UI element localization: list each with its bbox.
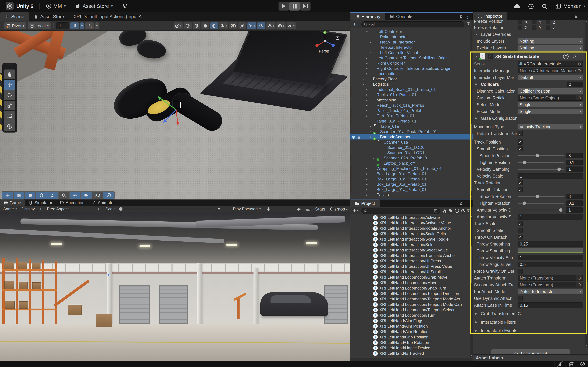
asset-row[interactable]: XRI LeftHand/Aim Rotation xyxy=(350,329,473,334)
dropdown[interactable]: Nothing▾ xyxy=(518,45,583,51)
tool-button[interactable] xyxy=(4,80,15,90)
inspector-row[interactable]: Retain Transform Par ✓ xyxy=(473,130,588,137)
hierarchy-row[interactable]: ▸ Industrial_Scale_01a_Prefab_01 › xyxy=(350,87,473,92)
inspector-row[interactable]: Distance Calculation Collider Position▾ xyxy=(473,88,588,94)
foldout-arrow[interactable]: ▼ xyxy=(475,33,480,36)
overlay-button[interactable] xyxy=(36,192,47,199)
hierarchy-row[interactable]: ▸ Factory Floor xyxy=(350,76,473,82)
inspector-row[interactable]: ▶ Interactable Filters xyxy=(473,319,588,325)
slider-control[interactable]: 0.1 xyxy=(518,160,583,165)
document-tab[interactable]: XRI Default Input Actions (Input A xyxy=(69,12,147,21)
hierarchy-scrollbar[interactable]: ▲ ▼ xyxy=(470,29,472,198)
inspector-row[interactable]: Secondary Attach Tra None (Transform)⊙ xyxy=(473,281,588,288)
overlay-drag-handle[interactable] xyxy=(6,65,13,67)
inspector-row[interactable]: Smooth Rotation 8 xyxy=(473,193,588,200)
game-panel-tab[interactable]: Animation xyxy=(56,200,88,206)
inspector-row[interactable]: Throw Angular Vel 0.5 xyxy=(473,261,588,268)
asset-row[interactable]: XRI LeftHand Interaction/Activate Value xyxy=(350,220,473,226)
hierarchy-row[interactable]: ▾ Scanner_01a xyxy=(350,140,473,145)
overlay-button[interactable] xyxy=(70,192,80,199)
slider-control[interactable]: 0.1 xyxy=(518,200,583,206)
object-picker-icon[interactable]: ⊙ xyxy=(576,95,582,100)
hierarchy-row[interactable]: Scanner_01a_LOD0 xyxy=(350,145,473,150)
slider-value-field[interactable]: 1 xyxy=(566,207,583,213)
move-gizmo[interactable] xyxy=(145,82,202,136)
asset-row[interactable]: XRI LeftHand Interaction/UI Press xyxy=(350,258,473,264)
slider-thumb[interactable] xyxy=(523,201,526,205)
scene-viewport[interactable]: y Persp xyxy=(0,31,350,200)
asset-store-menu[interactable]: Asset Store▾ xyxy=(75,3,113,9)
overlay-button[interactable]: XB xyxy=(92,192,103,199)
slider-thumb[interactable] xyxy=(557,167,561,171)
overlay-button[interactable] xyxy=(14,192,24,199)
inspector-row[interactable]: ▶ Grab Transformers Configuration xyxy=(473,310,588,317)
value-field[interactable]: 1 xyxy=(518,214,583,219)
slider-value-field[interactable]: 8 xyxy=(566,153,583,158)
project-search-input[interactable] xyxy=(361,208,440,214)
expand-arrow[interactable]: ▾ xyxy=(363,83,367,86)
snap-settings-button[interactable] xyxy=(85,22,94,29)
metrics-icon[interactable] xyxy=(306,206,310,212)
display-dropdown[interactable]: Display 1▾ xyxy=(19,206,44,212)
foldout-arrow[interactable]: ▶ xyxy=(475,321,480,324)
dropdown[interactable]: Velocity Tracking▾ xyxy=(518,124,583,129)
tool-button[interactable] xyxy=(4,111,15,121)
checkbox[interactable]: ✓ xyxy=(518,180,523,185)
hierarchy-row[interactable]: ▸ Box_Large_01a_Prefab_01 › xyxy=(350,187,473,192)
inspector-row[interactable]: Smooth Position 8 xyxy=(473,152,588,159)
asset-row[interactable]: XRI LeftHand Locomotion/Teleport Mode Ca… xyxy=(350,302,473,307)
projection-label[interactable]: Persp xyxy=(314,49,334,53)
hierarchy-row[interactable]: ▸ Pallet_Truck_01a_Prefab › xyxy=(350,108,473,113)
component-enabled-checkbox[interactable]: ✓ xyxy=(488,54,493,59)
value-field[interactable]: 1 xyxy=(518,173,583,179)
tab-hierarchy[interactable]: Hierarchy xyxy=(350,13,385,20)
hierarchy-row[interactable]: ▸ Near-Far Interactor › xyxy=(350,39,473,45)
expand-arrow[interactable]: ▸ xyxy=(370,35,374,38)
hierarchy-row[interactable]: ▸ Mezzanine xyxy=(350,97,473,103)
hierarchy-row[interactable]: ▸ Right Controller Teleport Stabilized O… xyxy=(350,66,473,71)
tab-inspector[interactable]: ⓘ Inspector xyxy=(473,12,507,20)
slider-thumb[interactable] xyxy=(536,154,539,157)
checkbox[interactable] xyxy=(546,25,550,30)
foldout-arrow[interactable]: ▶ xyxy=(475,329,480,332)
stats-toggle[interactable]: Stats xyxy=(315,206,325,212)
hierarchy-row[interactable]: ▸ Reach_Truck_01a_Prefab › xyxy=(350,103,473,108)
dropdown[interactable]: Collider Position▾ xyxy=(518,88,583,94)
inspector-row[interactable]: ▼ Layer Overrides xyxy=(473,31,588,38)
activity-ok-icon[interactable] xyxy=(577,361,588,367)
layout-user-menu[interactable]: Mohsen ▾ xyxy=(555,3,585,9)
hierarchy-row[interactable]: ▸ Wrapping_Machine_01a_Prefab_01 › xyxy=(350,166,473,171)
expand-arrow[interactable]: ▸ xyxy=(366,178,370,181)
inspector-row[interactable]: Throw Smoothing 0.25 xyxy=(473,241,588,247)
asset-row[interactable]: XRI LeftHand/Aim Position xyxy=(350,324,473,329)
focus-mode-dropdown[interactable]: Play Focused▾ xyxy=(230,206,264,212)
inspector-row[interactable]: Track Scale ✓ xyxy=(473,220,588,227)
step-button[interactable] xyxy=(300,2,311,10)
scene-toggle-button[interactable] xyxy=(238,22,246,29)
slider-control[interactable]: 8 xyxy=(518,153,583,158)
asset-row[interactable]: XRI LeftHand Locomotion/Teleport Mode Ac… xyxy=(350,296,473,302)
checkbox[interactable]: ✓ xyxy=(518,221,523,226)
asset-row[interactable]: XRI LeftHand Locomotion/Move xyxy=(350,280,473,285)
mute-audio-icon[interactable] xyxy=(296,206,301,212)
slider-value-field[interactable]: 0.1 xyxy=(566,160,583,165)
hierarchy-row[interactable]: ▸ + Scanner_01a_Dock_Prefab_01 › xyxy=(350,129,473,134)
asset-row[interactable]: XRI LeftHand Interaction/Scale Delta xyxy=(350,231,473,236)
inspector-row[interactable]: Smooth Rotation ✓ xyxy=(473,186,588,193)
game-panel-tab[interactable]: Simulator xyxy=(25,200,56,206)
hierarchy-row[interactable]: ▸ Box_Large_01a_Prefab_01 › xyxy=(350,171,473,176)
search-icon[interactable] xyxy=(542,2,548,10)
expand-arrow[interactable]: ▸ xyxy=(366,62,370,65)
slider-value-field[interactable]: 8 xyxy=(566,194,583,199)
overlay-button[interactable] xyxy=(59,192,69,199)
hierarchy-row[interactable]: + Laptop_black_off › xyxy=(350,161,473,166)
orientation-gizmo[interactable]: y Persp xyxy=(311,31,340,56)
pickability-hand-icon[interactable] xyxy=(357,135,361,139)
presets-icon[interactable] xyxy=(572,54,577,58)
game-panel-tab[interactable]: Animator xyxy=(88,200,119,206)
hierarchy-row[interactable]: ▾ Table_01a_Prefab_01 › xyxy=(350,118,473,124)
dropdown[interactable]: Nothing▾ xyxy=(518,38,583,44)
panel-menu-icon[interactable]: ⋮ xyxy=(465,14,470,19)
expand-arrow[interactable]: ▸ xyxy=(366,72,370,75)
checkbox[interactable] xyxy=(518,296,523,301)
